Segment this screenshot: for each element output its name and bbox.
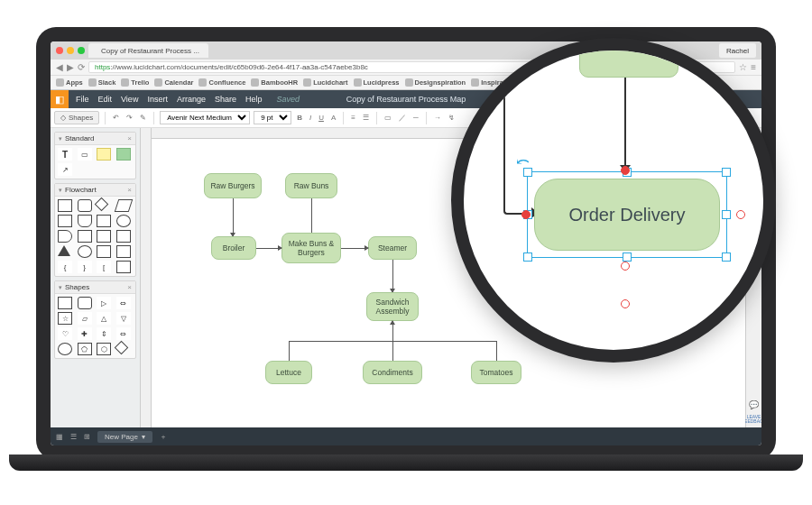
menu-file[interactable]: File — [76, 95, 89, 104]
shape-multidoc[interactable] — [97, 215, 111, 227]
shape-process[interactable] — [58, 199, 72, 212]
shape-predefined[interactable] — [58, 215, 72, 227]
resize-handle-rm[interactable] — [722, 210, 731, 219]
edge[interactable] — [392, 260, 393, 292]
menu-share[interactable]: Share — [215, 95, 236, 104]
bookmark-item[interactable]: Lucidchart — [303, 78, 347, 87]
node-raw-buns[interactable]: Raw Buns — [285, 173, 337, 198]
bold-icon[interactable]: B — [295, 114, 304, 122]
panel-header-shapes[interactable]: ▾ Shapes × — [55, 281, 135, 294]
shape-document[interactable] — [78, 215, 92, 227]
shape-arrow-double[interactable]: ⇔ — [116, 297, 131, 309]
shape-connector[interactable] — [116, 215, 131, 227]
italic-icon[interactable]: I — [308, 114, 313, 122]
font-size-select[interactable]: 9 pt — [254, 111, 291, 124]
connection-point-left[interactable] — [521, 210, 531, 219]
node-make-buns[interactable]: Make Buns & Burgers — [281, 233, 341, 263]
node-sandwich[interactable]: Sandwich Assembly — [366, 292, 419, 321]
connection-point-top[interactable] — [621, 166, 630, 175]
browser-tab[interactable]: Copy of Restaurant Process ... — [88, 43, 208, 58]
undo-icon[interactable]: ↶ — [111, 114, 121, 122]
bookmark-star-icon[interactable]: ☆ — [739, 62, 747, 72]
edge[interactable] — [392, 341, 393, 361]
close-panel-icon[interactable]: × — [127, 283, 132, 291]
node-condiments[interactable]: Condiments — [363, 361, 422, 384]
node-broiler[interactable]: Broiler — [211, 236, 256, 260]
resize-handle-bm[interactable] — [623, 252, 632, 262]
edge[interactable] — [289, 341, 290, 361]
shape-sort[interactable] — [116, 245, 131, 258]
shape-manual-input[interactable] — [97, 230, 111, 243]
window-minimize-dot[interactable] — [67, 47, 74, 54]
bookmark-item[interactable]: Apps — [56, 78, 83, 87]
window-zoom-dot[interactable] — [78, 47, 85, 54]
menu-view[interactable]: View — [121, 95, 138, 104]
resize-handle-bl[interactable] — [523, 252, 532, 262]
shape-cross[interactable]: ✚ — [78, 327, 92, 340]
bookmark-item[interactable]: Trello — [121, 78, 149, 87]
paint-format-icon[interactable]: ✎ — [138, 114, 148, 122]
shape-card[interactable] — [116, 261, 131, 273]
selection-bounding-box[interactable] — [527, 171, 727, 258]
connection-point-right[interactable] — [736, 210, 745, 219]
shape-brace-left[interactable]: { — [58, 261, 72, 273]
connection-point-bottom[interactable] — [621, 262, 630, 271]
node-lettuce[interactable]: Lettuce — [265, 361, 312, 384]
close-panel-icon[interactable]: × — [127, 186, 132, 194]
shape-diamond[interactable] — [114, 341, 128, 355]
shape-callout[interactable]: ▱ — [78, 312, 92, 325]
line-color-icon[interactable]: ／ — [397, 113, 408, 123]
bookmark-item[interactable]: BambooHR — [251, 78, 298, 87]
resize-handle-br[interactable] — [722, 252, 731, 262]
browser-menu-icon[interactable]: ≡ — [751, 62, 756, 72]
edge[interactable] — [341, 248, 368, 249]
shape-terminator[interactable] — [78, 199, 92, 212]
shape-preparation[interactable] — [116, 230, 131, 243]
close-panel-icon[interactable]: × — [127, 134, 132, 142]
presentation-mode-icon[interactable]: ▦ — [56, 433, 63, 441]
comment-icon[interactable]: 💬 — [749, 400, 759, 409]
shape-brace-right[interactable]: } — [78, 261, 92, 273]
shape-roundrect[interactable] — [78, 297, 92, 309]
bookmark-item[interactable]: Calendar — [154, 78, 193, 87]
shape-collate[interactable] — [97, 245, 111, 258]
shape-merge[interactable] — [58, 245, 70, 256]
text-color-icon[interactable]: A — [329, 114, 337, 122]
shape-delay[interactable] — [58, 230, 72, 243]
edge[interactable] — [233, 198, 234, 236]
line-endpoint-icon[interactable]: → — [432, 114, 443, 122]
tool-note[interactable] — [97, 148, 111, 161]
connection-point-extended[interactable] — [621, 299, 630, 308]
edge[interactable] — [311, 198, 312, 236]
bookmark-item[interactable]: Confluence — [198, 78, 245, 87]
shapes-panel-toggle[interactable]: ◇ Shapes — [54, 111, 99, 124]
shape-or[interactable] — [78, 245, 92, 258]
list-view-icon[interactable]: ☰ — [70, 433, 77, 441]
shape-pentagon[interactable]: ⬠ — [78, 343, 92, 355]
edge[interactable] — [256, 248, 281, 249]
shape-heart[interactable]: ♡ — [58, 327, 72, 340]
grid-view-icon[interactable]: ⊞ — [84, 433, 90, 441]
resize-handle-tr[interactable] — [722, 168, 731, 177]
shape-circle[interactable] — [58, 343, 72, 355]
menu-insert[interactable]: Insert — [147, 95, 168, 104]
nav-back-icon[interactable]: ◀ — [56, 62, 63, 72]
page-tab[interactable]: New Page ▾ — [97, 431, 152, 443]
shape-arrow-leftright[interactable]: ⇔ — [116, 327, 131, 340]
align-center-icon[interactable]: ☰ — [361, 114, 371, 122]
nav-forward-icon[interactable]: ▶ — [67, 62, 74, 72]
tool-text[interactable]: T — [58, 148, 72, 161]
shape-arrow-up[interactable]: △ — [97, 312, 111, 325]
panel-header-flowchart[interactable]: ▾ Flowchart × — [55, 184, 135, 197]
app-logo[interactable]: ◧ — [51, 90, 69, 108]
redo-icon[interactable]: ↷ — [125, 114, 134, 122]
shape-data[interactable] — [114, 199, 133, 212]
nav-reload-icon[interactable]: ⟳ — [78, 62, 85, 72]
edge[interactable] — [496, 341, 497, 361]
line-style-icon[interactable]: ─ — [411, 114, 420, 122]
window-close-dot[interactable] — [56, 47, 63, 54]
menu-help[interactable]: Help — [245, 95, 263, 104]
shape-note[interactable]: [ — [97, 261, 111, 273]
node-raw-burgers[interactable]: Raw Burgers — [204, 173, 262, 198]
add-page-button[interactable]: ＋ — [160, 432, 167, 442]
